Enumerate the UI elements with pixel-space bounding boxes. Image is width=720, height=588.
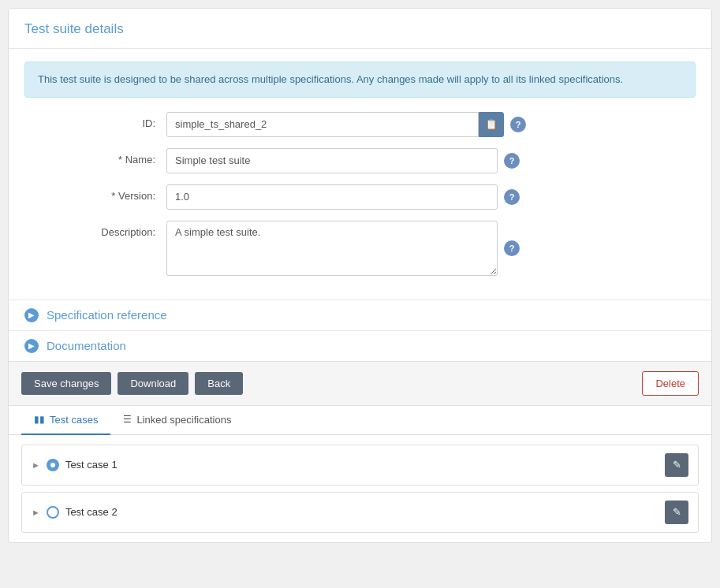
version-input-wrapper: ? — [166, 184, 696, 210]
page-title: Test suite details — [24, 21, 696, 37]
test-case-1-left: ► Test case 1 — [32, 459, 118, 471]
tab-test-cases[interactable]: ▮▮ Test cases — [21, 406, 110, 435]
spec-ref-chevron-icon: ▶ — [24, 308, 39, 322]
table-row: ► Test case 2 ✎ — [21, 492, 699, 533]
description-input-wrapper: ? — [166, 221, 696, 276]
test-cases-tab-icon: ▮▮ — [34, 414, 45, 425]
linked-specs-tab-icon: ☰ — [123, 414, 132, 425]
description-help-icon[interactable]: ? — [504, 240, 520, 256]
form-row-name: * Name: ? — [24, 148, 696, 173]
name-input-wrapper: ? — [166, 148, 696, 173]
test-case-1-status-icon — [47, 459, 59, 471]
back-button[interactable]: Back — [195, 372, 243, 395]
id-input-wrapper: 📋 ? — [166, 112, 696, 137]
copy-id-button[interactable]: 📋 — [479, 112, 504, 137]
edit-icon: ✎ — [673, 506, 681, 518]
name-label: * Name: — [24, 148, 166, 166]
name-help-icon[interactable]: ? — [504, 153, 520, 169]
doc-chevron-icon: ▶ — [24, 339, 39, 353]
description-label: Description: — [24, 221, 166, 238]
test-case-1-edit-button[interactable]: ✎ — [665, 453, 688, 477]
specification-reference-title: Specification reference — [47, 308, 167, 322]
description-textarea[interactable] — [166, 221, 498, 276]
info-banner: This test suite is designed to be shared… — [24, 61, 696, 98]
version-label: * Version: — [24, 184, 166, 202]
test-case-2-left: ► Test case 2 — [32, 506, 118, 519]
id-input[interactable] — [166, 112, 479, 137]
clipboard-icon: 📋 — [485, 118, 498, 130]
documentation-toggle[interactable]: ▶ Documentation — [9, 331, 711, 361]
test-case-2-status-icon — [47, 506, 59, 519]
linked-specs-tab-label: Linked specifications — [136, 414, 231, 426]
tabs-bar: ▮▮ Test cases ☰ Linked specifications — [9, 406, 711, 435]
test-cases-list: ► Test case 1 ✎ ► Test case 2 ✎ — [9, 435, 711, 542]
tab-linked-specifications[interactable]: ☰ Linked specifications — [110, 406, 244, 435]
edit-icon: ✎ — [673, 459, 681, 471]
page-header: Test suite details — [9, 9, 711, 49]
version-input[interactable] — [166, 184, 498, 210]
test-case-2-edit-button[interactable]: ✎ — [665, 501, 688, 524]
name-input[interactable] — [166, 148, 498, 173]
test-case-1-name: Test case 1 — [65, 459, 118, 471]
test-case-2-chevron-icon[interactable]: ► — [32, 508, 40, 517]
table-row: ► Test case 1 ✎ — [21, 445, 699, 486]
id-input-group: 📋 — [166, 112, 504, 137]
delete-button[interactable]: Delete — [642, 371, 699, 396]
documentation-section: ▶ Documentation — [9, 330, 711, 361]
id-help-icon[interactable]: ? — [510, 117, 526, 132]
version-help-icon[interactable]: ? — [504, 189, 520, 205]
form-row-description: Description: ? — [24, 221, 696, 276]
test-case-1-chevron-icon[interactable]: ► — [32, 460, 40, 470]
test-case-2-name: Test case 2 — [65, 506, 118, 518]
action-bar-left: Save changes Download Back — [21, 372, 243, 395]
test-cases-tab-label: Test cases — [50, 414, 98, 426]
id-label: ID: — [24, 112, 166, 129]
specification-reference-section: ▶ Specification reference — [9, 300, 711, 330]
specification-reference-toggle[interactable]: ▶ Specification reference — [9, 300, 711, 330]
download-button[interactable]: Download — [118, 372, 188, 395]
documentation-title: Documentation — [47, 339, 126, 352]
action-bar: Save changes Download Back Delete — [9, 361, 711, 406]
save-changes-button[interactable]: Save changes — [21, 372, 111, 395]
action-bar-right: Delete — [642, 371, 699, 396]
form-row-version: * Version: ? — [24, 184, 696, 210]
main-container: Test suite details This test suite is de… — [8, 8, 712, 543]
form-section: This test suite is designed to be shared… — [9, 49, 711, 300]
form-row-id: ID: 📋 ? — [24, 112, 696, 137]
